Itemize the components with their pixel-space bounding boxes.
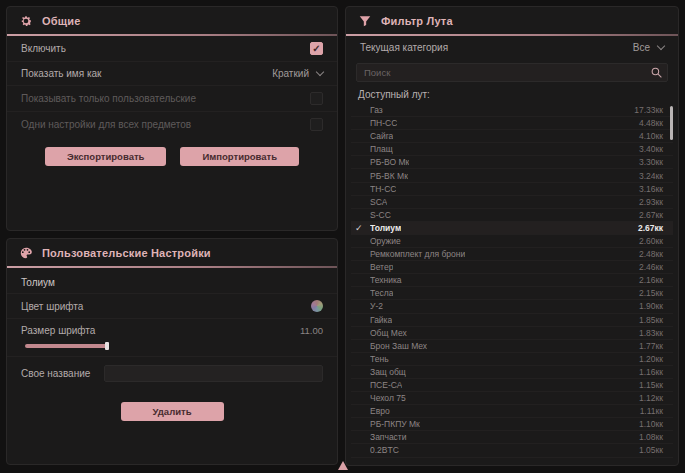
font-color-row[interactable]: Цвет шрифта <box>7 293 337 318</box>
loot-item-value: 2.46кк <box>639 262 663 272</box>
custom-settings-panel: Пользовательские Настройки Толиум Цвет ш… <box>6 238 338 465</box>
enable-checkbox[interactable] <box>310 42 323 55</box>
delete-button[interactable]: Удалить <box>121 402 224 421</box>
loot-list-item[interactable]: ✓ РБ-ПКПУ Мк 1.10кк <box>351 417 673 430</box>
loot-item-name: SCA <box>370 197 387 207</box>
loot-item-name: Техника <box>370 275 402 285</box>
loot-filter-panel: Фильтр Лута Текущая категория Все Доступ… <box>345 6 679 466</box>
loot-item-name: Плащ <box>370 144 393 154</box>
loot-list-item[interactable]: ✓ ПСЕ-СА 1.15кк <box>351 378 673 391</box>
loot-list-item[interactable]: ✓ РБ-ВК Мк 3.24кк <box>351 168 673 181</box>
loot-list-item[interactable]: ✓ Брон Заш Мех 1.77кк <box>351 339 673 352</box>
loot-list-item[interactable]: ✓ Чехол 75 1.12кк <box>351 391 673 404</box>
same-settings-row: Одни настройки для всех предметов <box>7 111 337 137</box>
loot-list-item[interactable]: ✓ Ветер 2.46кк <box>351 260 673 273</box>
loot-item-name: ПСЕ-СА <box>370 380 402 390</box>
category-select[interactable]: Все <box>633 42 664 53</box>
loot-item-value: 1.00кк <box>639 459 663 461</box>
loot-item-name: Толиум <box>370 223 401 233</box>
loot-item-value: 2.16кк <box>639 275 663 285</box>
loot-list-item[interactable]: ✓ Плащ 3.40кк <box>351 142 673 155</box>
loot-item-name: Тесла <box>370 288 393 298</box>
color-wheel-icon[interactable] <box>311 300 323 312</box>
scrollbar-thumb[interactable] <box>670 106 673 140</box>
loot-item-value: 1.15кк <box>639 380 663 390</box>
search-icon[interactable] <box>650 65 663 78</box>
loot-list-item[interactable]: ✓ Ремкомплект для брони 2.48кк <box>351 247 673 260</box>
loot-item-value: 2.67кк <box>639 210 663 220</box>
loot-list-item[interactable]: ✓ ТН-СС 3.16кк <box>351 182 673 195</box>
loot-list-item[interactable]: ✓ OSPT 1.00кк <box>351 457 673 461</box>
name-display-row: Показать имя как Краткий <box>7 61 337 85</box>
loot-item-name: ТН-СС <box>370 184 396 194</box>
general-panel: Общие Включить Показать имя как Краткий … <box>6 6 338 231</box>
loot-list: ✓ Газ 17.33кк ✓ ПН-СС 4.48кк ✓ Сайга 4.1… <box>351 103 673 461</box>
loot-item-value: 3.16кк <box>639 184 663 194</box>
loot-item-value: 2.93кк <box>639 197 663 207</box>
loot-list-item[interactable]: ✓ Евро 1.11кк <box>351 404 673 417</box>
only-custom-row: Показывать только пользовательские <box>7 85 337 111</box>
loot-filter-title: Фильтр Лута <box>381 15 453 27</box>
loot-list-item[interactable]: ✓ У-2 1.90кк <box>351 299 673 312</box>
loot-item-name: OSPT <box>370 459 393 461</box>
enable-label: Включить <box>21 43 66 54</box>
loot-list-item[interactable]: ✓ Гайка 1.85кк <box>351 313 673 326</box>
check-icon: ✓ <box>355 222 363 235</box>
loot-list-item[interactable]: ✓ Сайга 4.10кк <box>351 129 673 142</box>
name-display-select[interactable]: Краткий <box>272 68 323 79</box>
loot-item-name: Тень <box>370 354 389 364</box>
loot-list-item[interactable]: ✓ S-СС 2.67кк <box>351 208 673 221</box>
loot-item-value: 1.05кк <box>639 445 663 455</box>
loot-item-name: Гайка <box>370 315 392 325</box>
search-input[interactable] <box>356 63 668 82</box>
available-loot-label: Доступный лут: <box>346 84 678 103</box>
loot-list-item[interactable]: ✓ Запчасти 1.08кк <box>351 430 673 443</box>
category-value: Все <box>633 42 650 53</box>
loot-list-item[interactable]: ✓ Оружие 2.60кк <box>351 234 673 247</box>
loot-list-item[interactable]: ✓ ПН-СС 4.48кк <box>351 116 673 129</box>
loot-item-value: 1.20кк <box>639 354 663 364</box>
loot-item-value: 4.10кк <box>639 131 663 141</box>
name-display-label: Показать имя как <box>21 68 101 79</box>
loot-filter-header: Фильтр Лута <box>346 7 678 34</box>
custom-name-input[interactable] <box>104 365 323 382</box>
loot-list-item[interactable]: ✓ 0.2BTC 1.05кк <box>351 443 673 456</box>
import-button[interactable]: Импортировать <box>180 147 299 166</box>
slider-thumb[interactable] <box>105 342 109 350</box>
custom-settings-title: Пользовательские Настройки <box>42 247 211 259</box>
export-button[interactable]: Экспортировать <box>45 147 166 166</box>
category-row: Текущая категория Все <box>346 36 678 59</box>
only-custom-checkbox[interactable] <box>310 92 323 105</box>
export-import-row: Экспортировать Импортировать <box>7 147 337 166</box>
font-size-slider[interactable] <box>21 344 141 348</box>
loot-list-item[interactable]: ✓ SCA 2.93кк <box>351 195 673 208</box>
loot-list-item[interactable]: ✓ Защ общ 1.16кк <box>351 365 673 378</box>
loot-item-name: Оружие <box>370 236 401 246</box>
name-display-value: Краткий <box>272 68 309 79</box>
loot-list-item[interactable]: ✓ Общ Мех 1.83кк <box>351 326 673 339</box>
right-column: Фильтр Лута Текущая категория Все Доступ… <box>345 6 679 467</box>
loot-list-item[interactable]: ✓ Толиум 2.67кк <box>351 221 673 234</box>
loot-item-value: 1.77кк <box>639 341 663 351</box>
triangle-marker-icon <box>338 461 348 470</box>
loot-list-item[interactable]: ✓ Техника 2.16кк <box>351 273 673 286</box>
loot-item-value: 2.60кк <box>639 236 663 246</box>
loot-list-item[interactable]: ✓ РБ-ВО Мк 3.30кк <box>351 155 673 168</box>
loot-item-name: Брон Заш Мех <box>370 341 427 351</box>
loot-list-item[interactable]: ✓ Тесла 2.15кк <box>351 286 673 299</box>
search-wrap <box>356 62 668 82</box>
left-column: Общие Включить Показать имя как Краткий … <box>6 6 338 467</box>
same-settings-checkbox[interactable] <box>310 118 323 131</box>
loot-item-name: S-СС <box>370 210 391 220</box>
loot-item-value: 3.30кк <box>639 157 663 167</box>
loot-list-item[interactable]: ✓ Тень 1.20кк <box>351 352 673 365</box>
loot-item-value: 1.83кк <box>639 328 663 338</box>
loot-item-value: 1.08кк <box>639 432 663 442</box>
loot-list-item[interactable]: ✓ Газ 17.33кк <box>351 103 673 116</box>
chevron-down-icon <box>657 42 665 50</box>
loot-item-value: 4.48кк <box>639 118 663 128</box>
loot-item-name: ПН-СС <box>370 118 397 128</box>
loot-item-value: 1.85кк <box>639 315 663 325</box>
font-size-value: 11.00 <box>300 325 323 336</box>
gear-icon <box>19 14 33 28</box>
